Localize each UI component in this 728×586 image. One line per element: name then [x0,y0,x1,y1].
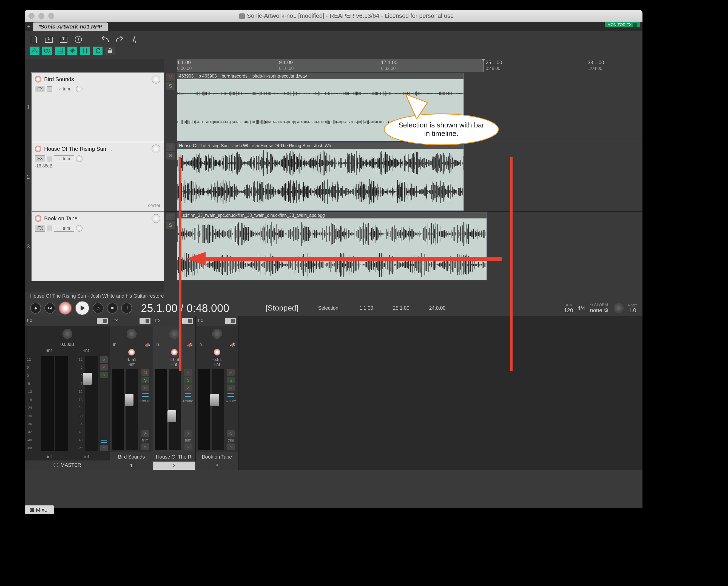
monitor-fx-button[interactable]: MONITOR FX [605,22,640,27]
playrate-field[interactable]: Rate:1.0 [628,303,637,314]
playhead[interactable] [483,59,484,72]
zoom-button[interactable] [48,13,54,19]
mixer-master[interactable]: FX 0.00dB -inf-inf 1260-6-12-18-24-30-36… [25,316,110,470]
solo-button[interactable]: S [227,377,235,383]
route-icon[interactable] [100,438,108,444]
solo-button[interactable]: S [166,82,175,90]
solo-button[interactable]: S [166,152,175,160]
send-button[interactable]: ⎋ [141,444,149,450]
output-button[interactable]: ⎋ [100,445,108,451]
track-lane-3[interactable]: MS huckfinn_33_twain_apc.chuckfinn_33_tw… [164,212,643,281]
pan-knob[interactable] [127,329,136,339]
mute-button[interactable]: M [166,213,175,220]
fx-power-button[interactable] [225,318,236,324]
ripple-toggle[interactable] [80,47,90,55]
save-project-icon[interactable] [59,35,68,44]
track-name[interactable]: House Of The Rising Sun - . [44,146,149,152]
fx-power-button[interactable] [139,318,151,324]
track-number[interactable]: 1 [25,73,31,142]
media-item[interactable]: House Of The Rising Sun - Josh White ar … [177,142,464,211]
track-panel-2[interactable]: 2 House Of The Rising Sun - . FX ⟋ trim … [31,142,164,212]
fx-bypass-button[interactable] [47,156,52,161]
mixer-channel-3[interactable]: FX in📣 -6.51 -inf M S ⊘ Route ⊘ trim ⎋ [196,316,238,470]
send-button[interactable]: ⎋ [184,444,192,450]
playrate-knob[interactable] [614,303,624,313]
fx-label[interactable]: FX [155,319,161,323]
mute-button[interactable]: M [100,364,108,371]
volume-fader[interactable] [126,369,138,450]
mixer-channel-1[interactable]: FX in📣 -6.51 -inf M S ⊘ Route ⊘ trim ⎋ [110,316,153,470]
phase-button[interactable]: ⊘ [141,384,149,391]
record-arm-icon[interactable] [35,145,42,152]
play-button[interactable] [75,301,89,315]
pause-button[interactable]: ⏸ [121,302,132,314]
fx-power-button[interactable] [182,318,193,324]
record-arm-icon[interactable] [128,349,135,355]
record-arm-icon[interactable] [171,349,178,355]
fx-label[interactable]: FX [27,319,32,323]
track-number[interactable]: 3 [25,212,31,281]
track-name[interactable]: Bird Sounds [44,76,149,82]
selection-length[interactable]: 24.0.00 [429,305,446,311]
input-label[interactable]: in [113,342,116,347]
phase-button[interactable]: ⊘ [184,384,192,391]
timesig-field[interactable]: 4/4 [577,305,585,311]
pan-knob[interactable] [62,329,72,339]
send-button[interactable]: ⎋ [227,444,235,450]
mixer-channel-2[interactable]: FX in📣 -16.8 -inf M S ⊘ Route ⊘ trim ⎋ [153,316,196,470]
goto-end-button[interactable]: ⏭ [45,302,55,314]
undo-icon[interactable] [100,35,109,44]
solo-button[interactable]: S [166,221,175,229]
volume-knob[interactable] [152,75,160,84]
track-panel-1[interactable]: 1 Bird Sounds FX ⟋ trim [31,72,164,142]
automation-button[interactable]: ⊘ [184,430,192,437]
trim-button[interactable]: ⟋ trim [54,86,74,92]
mute-button[interactable]: M [166,74,175,81]
mute-button[interactable]: M [166,143,175,151]
solo-button[interactable]: S [100,372,108,378]
global-automation[interactable]: ⟲ GLOBALnone ⚙ [590,302,609,314]
new-project-icon[interactable] [30,35,38,44]
volume-knob[interactable] [152,214,160,223]
channel-number[interactable]: 1 [110,461,153,470]
volume-fader[interactable] [169,369,181,450]
pan-knob[interactable] [76,155,82,162]
trim-button[interactable]: ⟋ trim [54,155,74,162]
track-lane-2[interactable]: MS House Of The Rising Sun - Josh White … [164,142,643,212]
grid-toggle[interactable] [55,47,65,55]
mono-button[interactable]: ○ [100,356,108,363]
selection-bar[interactable] [177,59,483,72]
channel-number[interactable]: 3 [196,461,238,470]
fx-power-button[interactable] [97,318,108,324]
mute-button[interactable]: M [227,369,235,376]
channel-name[interactable]: Book on Tape [196,452,238,461]
timeline-ruler[interactable]: 1.1.000:00.00 9.1.000:16.00 17.1.000:32.… [164,59,643,72]
fx-label[interactable]: FX [112,319,118,323]
minimize-button[interactable] [38,13,45,19]
bpm-field[interactable]: BPM120 [564,303,573,314]
solo-button[interactable]: S [184,377,192,383]
automation-button[interactable]: ⊘ [227,430,235,437]
volume-knob[interactable] [152,144,160,153]
track-name[interactable]: Book on Tape [44,215,149,222]
channel-name[interactable]: House Of The Ri [153,452,196,461]
envelope-toggle[interactable] [30,47,40,55]
mixer-tab[interactable]: ⊠ Mixer [25,505,54,514]
redo-icon[interactable] [115,35,124,44]
input-label[interactable]: in [199,342,202,347]
pan-knob[interactable] [212,329,222,339]
route-icon[interactable] [184,392,192,398]
record-button[interactable] [59,301,72,315]
route-icon[interactable] [227,392,235,398]
channel-name[interactable]: Bird Sounds [110,452,153,461]
fx-bypass-button[interactable] [47,86,52,92]
record-arm-icon[interactable] [35,76,42,82]
add-tab-button[interactable]: + [25,24,33,30]
fx-button[interactable]: FX [35,86,45,92]
pan-knob[interactable] [170,329,179,339]
volume-fader[interactable] [212,369,224,450]
track-number[interactable]: 2 [25,142,31,211]
repeat-button[interactable]: ⟳ [93,302,104,314]
trim-button[interactable]: ⟋ trim [54,225,74,232]
lock-toggle[interactable] [105,47,115,55]
